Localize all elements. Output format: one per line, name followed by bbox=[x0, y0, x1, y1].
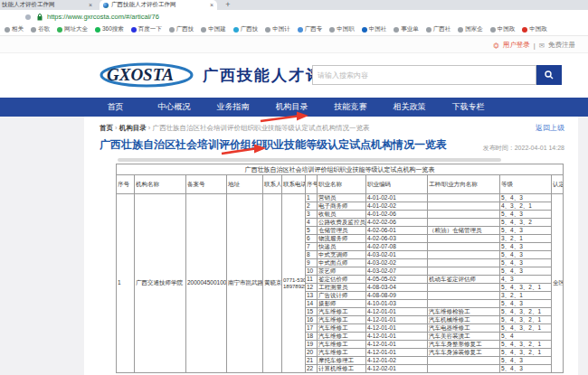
row-seq: 16 bbox=[306, 316, 318, 324]
search-input[interactable] bbox=[312, 65, 536, 85]
occupation-name: 汽车维修工 bbox=[318, 341, 366, 349]
column-header: 联系人 bbox=[263, 175, 282, 194]
new-tab-button[interactable]: + bbox=[223, 0, 233, 10]
levels: 5、4、3 bbox=[500, 365, 552, 373]
breadcrumb-current: 广西壮族自治区社会培训评价组织职业技能等级认定试点机构情况一览表 bbox=[152, 124, 369, 132]
row-seq: 7 bbox=[306, 243, 318, 251]
occupation-code: 4-12-01-01 bbox=[366, 308, 428, 316]
levels: 5、4、3 bbox=[500, 300, 552, 308]
breadcrumb-section[interactable]: 机构目录 bbox=[119, 124, 147, 132]
bookmark-item[interactable]: 中国职 bbox=[329, 25, 355, 33]
site-header: GXOSTA 广西技能人才评价工作网 bbox=[0, 53, 588, 98]
bookmark-item[interactable]: 中国社 bbox=[362, 25, 387, 33]
login-link[interactable]: 用户登录 bbox=[503, 41, 530, 50]
bookmark-label: 中国职 bbox=[337, 25, 355, 33]
nav-item-5[interactable]: 技能竞赛 bbox=[321, 101, 380, 113]
address-bar[interactable]: https://www.gxrcosta.com/#/artical/76 bbox=[0, 10, 588, 23]
bookmark-favicon bbox=[329, 27, 335, 33]
nav-item-3[interactable]: 业务指南 bbox=[204, 101, 262, 113]
bookmark-item[interactable]: 中国计 bbox=[265, 25, 290, 33]
column-header: 职业名称 bbox=[318, 175, 366, 194]
column-header: 等级 bbox=[500, 175, 552, 194]
table-row: 1广西交通技师学院2000045001001南宁市邕武路9号黄晓京0771-53… bbox=[117, 194, 564, 202]
search-button[interactable] bbox=[536, 65, 562, 85]
table-horizontal-scrollbar[interactable] bbox=[118, 158, 501, 162]
nav-item-1[interactable]: 首页 bbox=[86, 101, 145, 113]
work-direction: 机动车鉴定评估师 bbox=[428, 276, 500, 284]
bookmark-favicon bbox=[5, 27, 10, 33]
bookmark-favicon bbox=[131, 27, 137, 33]
bookmark-label: 中国政 bbox=[498, 25, 516, 33]
bookmark-label: 广西技 bbox=[176, 25, 194, 33]
levels: 5、4、3 bbox=[500, 259, 552, 267]
register-link[interactable]: 免费注册 bbox=[548, 41, 575, 50]
bookmark-item[interactable]: 谷歌 bbox=[31, 25, 50, 33]
bookmark-item[interactable]: 360搜索 bbox=[95, 25, 124, 33]
table-caption-cell: 广西壮族自治区社会培训评价组织职业技能等级认定试点机构一览表 bbox=[117, 164, 564, 175]
bookmark-item[interactable]: 国家企 bbox=[458, 25, 483, 33]
bookmark-item[interactable]: 事业单 bbox=[394, 25, 419, 33]
bookmark-item[interactable]: 广西专 bbox=[298, 25, 323, 33]
table-header-row: 序号机构名称备案号地址联系人联系电话序号职业名称职业编码工种/职业方向名称等级认… bbox=[117, 175, 564, 194]
extension-icon[interactable] bbox=[25, 14, 31, 20]
occupation-name: 广告设计师 bbox=[318, 292, 366, 300]
occupation-code: 4-02-02-06 bbox=[366, 219, 428, 227]
row-seq: 10 bbox=[306, 267, 318, 276]
nav-item-7[interactable]: 下载专栏 bbox=[439, 101, 498, 113]
tab-close-icon[interactable]: × bbox=[89, 2, 92, 8]
occupation-code: 4-01-02-01 bbox=[366, 194, 428, 202]
occupation-name: 收银员 bbox=[318, 211, 366, 219]
levels: 5、4、3、2、1 bbox=[500, 324, 552, 333]
breadcrumb-home[interactable]: 首页 bbox=[100, 124, 113, 132]
work-direction bbox=[428, 365, 500, 373]
url-text[interactable]: https://www.gxrcosta.com/#/artical/76 bbox=[47, 13, 159, 21]
occupation-name: 电子商务师 bbox=[318, 202, 366, 211]
bookmark-favicon bbox=[201, 27, 206, 33]
bookmark-label: 中国政 bbox=[529, 25, 547, 33]
work-direction bbox=[428, 211, 500, 219]
back-to-parent-link[interactable]: 返回上级 bbox=[536, 123, 564, 133]
breadcrumb: 首页 › 机构目录 › 广西壮族自治区社会培训评价组织职业技能等级认定试点机构情… bbox=[100, 124, 369, 133]
bookmark-favicon bbox=[95, 27, 100, 33]
levels: 5、4、3、2、1 bbox=[500, 349, 552, 357]
work-direction: 汽车车身整形修复工 bbox=[428, 341, 500, 349]
bookmark-item[interactable]: 广西技 bbox=[169, 25, 194, 33]
table-body: 1广西交通技师学院2000045001001南宁市邕武路9号黄晓京0771-53… bbox=[117, 194, 564, 373]
occupation-code: 4-02-06-03 bbox=[366, 235, 428, 243]
browser-tab-active[interactable]: 广西技能人才评价工作网 × bbox=[100, 0, 217, 10]
work-direction bbox=[428, 251, 500, 259]
tab-close-icon[interactable]: × bbox=[210, 2, 213, 8]
work-direction: 汽车机械维修工 bbox=[428, 316, 500, 324]
bookmark-item[interactable]: 网址大全 bbox=[57, 25, 88, 33]
padlock-icon bbox=[37, 14, 43, 21]
browser-tab-inactive[interactable]: 技能人才评价工作网 × bbox=[0, 0, 96, 10]
row-seq: 14 bbox=[306, 300, 318, 308]
bookmark-item[interactable]: 广西社 bbox=[426, 25, 451, 33]
column-header: 职业编码 bbox=[366, 175, 428, 194]
org-contact: 黄晓京 bbox=[263, 194, 282, 373]
bookmark-item[interactable]: 中国政 bbox=[522, 25, 547, 33]
bookmark-item[interactable]: 广西技 bbox=[233, 25, 259, 33]
work-direction bbox=[428, 259, 500, 267]
bookmark-item[interactable]: 中国政 bbox=[490, 25, 516, 33]
bookmark-item[interactable]: 相关 bbox=[5, 25, 24, 33]
bookmark-label: 事业单 bbox=[401, 25, 419, 33]
publish-time: 发布时间：2022-04-01 14:28 bbox=[483, 144, 564, 153]
levels: 5、4、3、2、1 bbox=[500, 316, 552, 324]
levels: 4、3、2、1 bbox=[500, 202, 552, 211]
levels: 5、4、3 bbox=[500, 211, 552, 219]
bookmark-item[interactable]: 中国建 bbox=[201, 25, 226, 33]
row-seq: 13 bbox=[306, 292, 318, 300]
occupation-name: 工程测量员 bbox=[318, 284, 366, 292]
nav-item-6[interactable]: 相关政策 bbox=[380, 101, 439, 113]
levels: 5、4、3、2 bbox=[500, 219, 552, 227]
breadcrumb-separator: › bbox=[148, 124, 151, 132]
nav-item-2[interactable]: 中心概况 bbox=[145, 101, 204, 113]
occupation-code: 4-01-02-02 bbox=[366, 202, 428, 211]
work-direction: 汽车美容装潢工 bbox=[428, 333, 500, 341]
bookmark-favicon bbox=[426, 27, 432, 33]
bookmark-item[interactable]: 百度一下 bbox=[131, 25, 162, 33]
occupation-name: 物流服务师 bbox=[318, 235, 366, 243]
column-header: 工种/职业方向名称 bbox=[428, 175, 500, 194]
mail-icon: ✉ bbox=[539, 42, 545, 50]
